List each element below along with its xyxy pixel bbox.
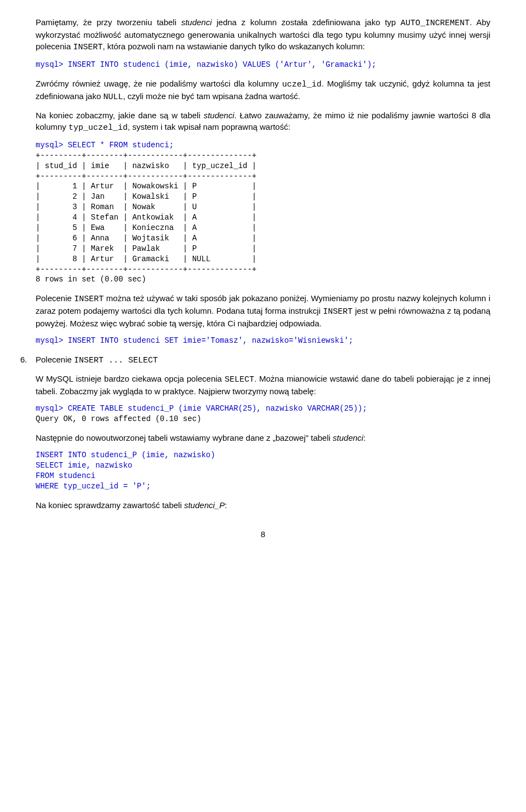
sql-select-block: mysql> SELECT * FROM studenci; +--------… bbox=[36, 140, 490, 285]
paragraph-4: Polecenie INSERT można też używać w taki… bbox=[36, 292, 490, 329]
paragraph-7: Na koniec sprawdzamy zawartość tabeli st… bbox=[36, 499, 490, 511]
paragraph-5: W MySQL istnieje bardzo ciekawa opcja po… bbox=[36, 373, 490, 397]
paragraph-3: Na koniec zobaczmy, jakie dane są w tabe… bbox=[36, 110, 490, 134]
list-item-6: 6. Polecenie INSERT ... SELECT W MySQL i… bbox=[36, 354, 490, 517]
sql-create-table: mysql> CREATE TABLE studenci_P (imie VAR… bbox=[36, 404, 490, 424]
list-number: 6. bbox=[20, 354, 36, 517]
list-title: Polecenie INSERT ... SELECT bbox=[36, 354, 490, 366]
paragraph-1: Pamiętamy, że przy tworzeniu tabeli stud… bbox=[36, 16, 490, 53]
sql-insert-select: INSERT INTO studenci_P (imie, nazwisko) … bbox=[36, 450, 490, 492]
paragraph-2: Zwróćmy również uwagę, że nie podaliśmy … bbox=[36, 78, 490, 103]
paragraph-6: Następnie do nowoutworzonej tabeli wstaw… bbox=[36, 432, 490, 444]
sql-insert-1: mysql> INSERT INTO studenci (imie, nazwi… bbox=[36, 60, 490, 70]
sql-insert-set: mysql> INSERT INTO studenci SET imie='To… bbox=[36, 336, 490, 346]
page-number: 8 bbox=[36, 528, 490, 540]
